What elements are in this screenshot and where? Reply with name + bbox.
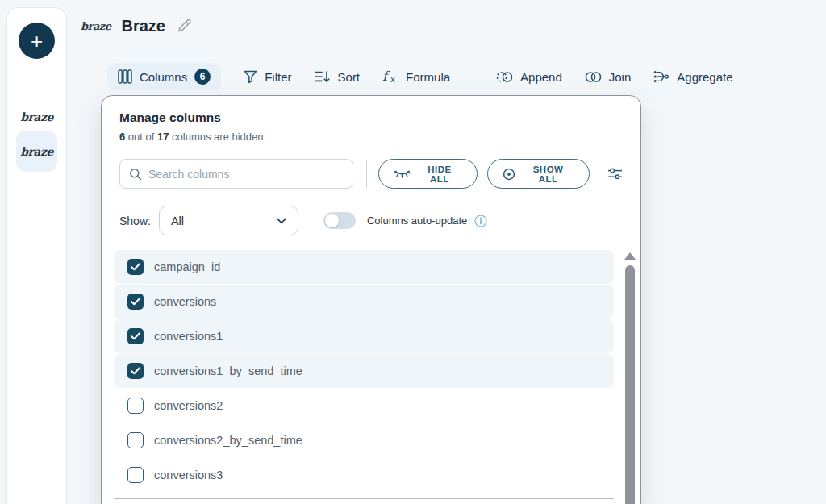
column-row[interactable]: conversions2_by_send_time bbox=[114, 423, 614, 457]
join-label: Join bbox=[609, 70, 632, 84]
toolbar: Columns 6 Filter Sort f bbox=[107, 62, 733, 91]
sort-button[interactable]: Sort bbox=[315, 70, 361, 84]
column-checkbox[interactable] bbox=[127, 398, 144, 414]
aggregate-icon bbox=[653, 70, 670, 83]
manage-columns-popover: Manage columns 6 out of 17 columns are h… bbox=[101, 95, 641, 504]
list-scrollbar bbox=[624, 252, 636, 504]
hide-all-label: HIDE ALL bbox=[417, 165, 463, 184]
hide-all-button[interactable]: HIDE ALL bbox=[378, 159, 478, 189]
chevron-down-icon bbox=[277, 218, 286, 224]
hidden-columns-summary: 6 out of 17 columns are hidden bbox=[119, 131, 623, 143]
braze-logo-small: braze bbox=[81, 20, 111, 32]
formula-icon: f x bbox=[382, 69, 398, 84]
svg-text:x: x bbox=[390, 75, 395, 84]
svg-text:f: f bbox=[382, 69, 390, 84]
info-icon[interactable] bbox=[474, 215, 487, 227]
column-name-label: conversions2 bbox=[154, 399, 223, 412]
sort-label: Sort bbox=[338, 70, 361, 84]
filter-label: Filter bbox=[265, 70, 291, 84]
hidden-columns-badge: 6 bbox=[194, 69, 211, 85]
formula-button[interactable]: f x Formula bbox=[382, 69, 450, 84]
formula-label: Formula bbox=[406, 70, 450, 84]
search-row: HIDE ALL SHOW ALL bbox=[119, 159, 623, 189]
append-icon bbox=[496, 71, 513, 83]
divider bbox=[366, 160, 367, 188]
columns-button[interactable]: Columns 6 bbox=[107, 63, 221, 90]
sidebar-item-braze-2-active[interactable]: braze bbox=[16, 131, 57, 172]
edit-title-pencil-icon[interactable] bbox=[176, 18, 192, 34]
column-settings-button[interactable] bbox=[607, 167, 623, 181]
join-icon bbox=[585, 71, 602, 83]
search-box bbox=[119, 159, 353, 189]
filter-button[interactable]: Filter bbox=[244, 70, 291, 84]
join-button[interactable]: Join bbox=[585, 70, 632, 84]
add-source-button[interactable]: + bbox=[19, 23, 55, 59]
sidebar-item-braze-1[interactable]: braze bbox=[7, 110, 66, 123]
column-name-label: conversions1_by_send_time bbox=[154, 364, 302, 377]
column-name-label: conversions3 bbox=[154, 469, 223, 481]
show-all-button[interactable]: SHOW ALL bbox=[487, 159, 590, 189]
column-row[interactable]: conversions1_by_send_time bbox=[114, 354, 614, 388]
column-name-label: conversions bbox=[154, 295, 216, 308]
column-row[interactable]: campaign_id bbox=[114, 250, 614, 284]
column-checkbox[interactable] bbox=[127, 467, 144, 483]
column-checkbox[interactable] bbox=[127, 363, 144, 379]
column-checkbox[interactable] bbox=[127, 328, 144, 344]
page-header: braze Braze bbox=[81, 13, 192, 39]
append-label: Append bbox=[520, 70, 562, 84]
column-name-label: conversions2_by_send_time bbox=[154, 434, 302, 447]
append-button[interactable]: Append bbox=[496, 70, 562, 84]
show-filter-value: All bbox=[171, 215, 184, 227]
show-all-label: SHOW ALL bbox=[522, 165, 574, 184]
braze-logo: braze bbox=[20, 145, 53, 158]
column-row[interactable]: conversions2 bbox=[114, 389, 614, 423]
columns-auto-update-toggle[interactable] bbox=[323, 212, 356, 229]
column-row[interactable]: conversions3 bbox=[114, 458, 614, 492]
total-count: 17 bbox=[157, 131, 169, 143]
auto-update-label: Columns auto-update bbox=[367, 215, 467, 227]
column-row[interactable]: conversions bbox=[114, 285, 614, 319]
scrollbar-thumb[interactable] bbox=[625, 265, 635, 504]
popover-title: Manage columns bbox=[119, 110, 623, 125]
columns-icon bbox=[118, 69, 132, 84]
eye-icon bbox=[503, 168, 515, 181]
sort-icon bbox=[315, 70, 331, 83]
show-filter-row: Show: All Columns auto-update bbox=[119, 206, 623, 235]
sliders-icon bbox=[607, 167, 623, 181]
eye-closed-icon bbox=[394, 169, 411, 179]
search-icon bbox=[129, 168, 142, 181]
columns-label: Columns bbox=[140, 70, 187, 84]
column-checkbox[interactable] bbox=[127, 432, 144, 448]
column-name-label: conversions1 bbox=[154, 330, 223, 343]
app-screen: + braze braze braze Braze Columns bbox=[0, 0, 826, 504]
aggregate-button[interactable]: Aggregate bbox=[653, 70, 732, 84]
column-checkbox[interactable] bbox=[127, 294, 144, 310]
divider bbox=[311, 207, 311, 235]
sidebar: + braze braze bbox=[7, 8, 66, 504]
search-columns-input[interactable] bbox=[148, 168, 344, 181]
column-name-label: campaign_id bbox=[154, 260, 220, 273]
column-row[interactable]: conversions1 bbox=[114, 319, 614, 353]
filter-icon bbox=[244, 70, 257, 84]
column-checkbox[interactable] bbox=[127, 259, 144, 275]
aggregate-label: Aggregate bbox=[677, 70, 732, 84]
column-list: campaign_id conversions conversions1 con… bbox=[114, 250, 614, 499]
toolbar-divider bbox=[473, 65, 473, 89]
page-title: Braze bbox=[122, 17, 165, 35]
show-filter-dropdown[interactable]: All bbox=[159, 206, 298, 235]
show-label: Show: bbox=[119, 215, 151, 227]
toggle-knob bbox=[325, 214, 339, 227]
scroll-up-arrow[interactable] bbox=[624, 252, 636, 260]
